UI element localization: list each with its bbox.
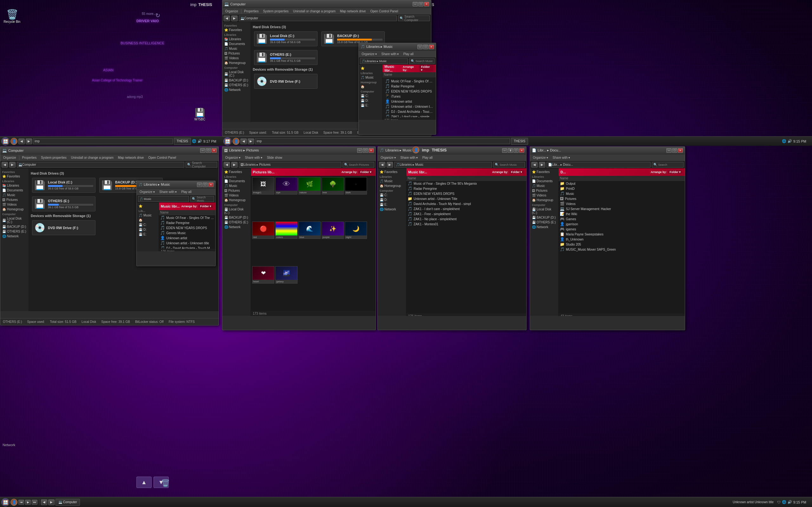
drive-c-bl[interactable]: 💾 Local Disk (C:) 39.6 GB free of 58.6 G… (32, 178, 96, 193)
uninstall-btn-tr[interactable]: Uninstall or change a program (292, 9, 337, 13)
music-br-close[interactable]: ✕ (519, 148, 524, 153)
mo-file-7[interactable]: 🎵DJ - David Archuleta - Touch My Hand (159, 245, 215, 249)
minimize-tr[interactable]: ─ (413, 2, 418, 6)
mbr-file-6[interactable]: 🎵ZAK1 - I don't care - simplekhent (406, 206, 526, 211)
address-path-tr[interactable]: imp (255, 138, 510, 144)
thumb-11[interactable]: ❤heart (252, 266, 274, 284)
music-share-top[interactable]: Share with ▾ (380, 52, 400, 56)
props-bl[interactable]: Properties (20, 156, 38, 160)
music-file-7[interactable]: 🎵DJ - David Archuleta - Touch My Hand (384, 109, 435, 114)
mo-organize[interactable]: Organize ▾ (138, 190, 156, 194)
drive-e-bl[interactable]: 💾 OTHERS (E:) 39.1 GB free of 51.5 GB (32, 196, 96, 211)
mo-sb-e[interactable]: 💾E: (137, 232, 159, 237)
pics-max[interactable]: □ (363, 148, 368, 153)
thumb-3[interactable]: 🌿nature (299, 177, 321, 194)
sidebar-videos-tr[interactable]: 🎬Videos (222, 56, 251, 60)
organize-btn-tr[interactable]: Organize (223, 9, 240, 13)
thumb-2[interactable]: 👁eye (275, 177, 298, 194)
music-maximize-top[interactable]: □ (423, 45, 428, 49)
music-file-8[interactable]: 🎵ZAK1 - I don't care - simplekhent (384, 114, 435, 117)
docs-sb-music[interactable]: 🎵 Music (530, 183, 558, 188)
search-computer-tr[interactable]: 🔍Search Computer (398, 15, 430, 21)
drive-localc-tr[interactable]: 💾 Local Disk (C:) 39.6 GB free of 58.6 G… (254, 32, 317, 46)
mo-addr[interactable]: 🎵 Music (138, 196, 189, 202)
sb-c-bl[interactable]: 💾Local Disk (C:) (0, 216, 29, 224)
music-br-sb-home[interactable]: 🏠 Homegroup (378, 183, 406, 188)
mo-file-5[interactable]: 👤Unknown artist (159, 235, 215, 240)
music-br-sb-d[interactable]: 💾 D: (378, 198, 406, 202)
drive-dvd-tr[interactable]: 💿 DVD RW Drive (F:) (254, 74, 317, 89)
sidebar-homegroup-tr[interactable]: 🏠Homegroup (222, 60, 251, 65)
pics-sb-net[interactable]: 🌐 Network (222, 225, 251, 229)
docs-fwd[interactable]: ▶ (539, 162, 545, 168)
next-btn[interactable]: ⏭ (32, 500, 38, 505)
drive-otherse-tr[interactable]: 💾 OTHERS (E:) 39.1 GB free of 51.5 GB (254, 50, 317, 65)
doc-file-8[interactable]: 🎮Games (559, 216, 685, 222)
forward-arrow-tl[interactable]: ▶ (26, 138, 32, 144)
docs-sb-pics[interactable]: 🖼 Pictures (530, 188, 558, 193)
pics-sb-docs[interactable]: 📄 Documents (222, 179, 251, 183)
music-file-3[interactable]: 🎵EDEN NEW YEARS DROPS (384, 89, 435, 94)
addr-computer-tr[interactable]: 💻 Computer (239, 15, 397, 21)
user-avatar-tr[interactable]: 👤 (233, 138, 240, 145)
mo-file-6[interactable]: 🎵Unknown artist - Unknown title (159, 240, 215, 245)
pics-search[interactable]: 🔍Search Pictures (343, 162, 374, 168)
music-sb-fav[interactable]: ⭐ (359, 66, 382, 71)
fwd-bl[interactable]: ▶ (9, 162, 15, 168)
back-arrow-tr[interactable]: ◀ (241, 138, 247, 144)
doc-file-13[interactable]: 📁Studio 205 (559, 242, 685, 247)
mo-search[interactable]: 🔍Search Music (190, 196, 214, 202)
organize-bl[interactable]: Organize (2, 156, 18, 160)
sysprops-bl[interactable]: System properties (39, 156, 68, 160)
mo-arrange-btn[interactable]: Folder ▾ (198, 204, 213, 209)
mo-share[interactable]: Share with ▾ (158, 190, 178, 194)
doc-file-3[interactable]: 🎵Music (559, 191, 685, 196)
pics-back[interactable]: ◀ (223, 162, 230, 168)
forward-arrow-tr[interactable]: ▶ (248, 138, 254, 144)
music-overlay-min[interactable]: ─ (197, 182, 202, 187)
sb-net-bl[interactable]: 🌐Network (0, 234, 29, 239)
doc-file-7[interactable]: 📝the Wiki (559, 211, 685, 216)
ctrl-panel-bl[interactable]: Open Control Panel (147, 156, 177, 160)
docs-share[interactable]: Share with ▾ (551, 156, 571, 160)
properties-btn-tr[interactable]: Properties (243, 9, 260, 13)
pics-sb-home[interactable]: 🏠 Homegroup (222, 198, 251, 203)
map-network-btn-tr[interactable]: Map network drive (339, 9, 368, 13)
thumb-12[interactable]: 🌌galaxy (275, 266, 298, 284)
music-br-fwd[interactable]: ▶ (387, 162, 393, 168)
doc-file-9[interactable]: 👤jgarrison (559, 222, 685, 227)
sb-music-bl[interactable]: 🎵Music (0, 193, 29, 198)
user-avatar-bottom[interactable]: 👤 (10, 499, 17, 506)
doc-file-1[interactable]: 📁Output (559, 181, 685, 186)
music-file-1[interactable]: 🎵Music Of Fear - Singles Of The 90's Meg… (384, 78, 435, 83)
sidebar-localc-tr[interactable]: 💾Local Disk (C:) (222, 70, 251, 78)
thumb-10[interactable]: 🌙night (345, 222, 367, 239)
scroll-up-btn[interactable]: ▲ (136, 476, 152, 488)
start-button-bottom[interactable]: 🪟 (1, 498, 9, 506)
music-file-6[interactable]: 🎵Unknown artist - Unknown title (384, 104, 435, 109)
docs-arrange-btn[interactable]: Folder ▾ (667, 170, 683, 174)
fwd-tr[interactable]: ▶ (231, 15, 238, 21)
mo-sb-c[interactable]: 💾C: (137, 222, 159, 227)
docs-min[interactable]: ─ (666, 148, 671, 153)
addr-bl[interactable]: 💻 Computer (17, 162, 184, 168)
prev-btn[interactable]: ⏮ (18, 500, 24, 505)
doc-file-5[interactable]: 🎬Videos (559, 201, 685, 206)
music-br-path[interactable]: 🎵 Libraries ▸ Music (394, 162, 492, 168)
docs-organize[interactable]: Organize ▾ (531, 156, 550, 160)
music-br-sb-fav[interactable]: ⭐ Favorites (378, 170, 406, 174)
docs-path[interactable]: 📄 Libr... ▸ Docu... (547, 162, 651, 168)
music-br-sb-net[interactable]: 🌐 Network (378, 207, 406, 212)
pics-arrange-btn[interactable]: Folder ▾ (358, 170, 374, 174)
docs-sb-docs[interactable]: 📄 Documents (530, 179, 558, 183)
music-close-top[interactable]: ✕ (429, 45, 434, 49)
sb-home-bl[interactable]: 🏠Homegroup (0, 207, 29, 212)
mo-file-1[interactable]: 🎵Music Of Fear - Singles Of The 90's Meg… (159, 215, 215, 220)
music-file-4[interactable]: 📱iTunes (384, 94, 435, 99)
docs-sb-home[interactable]: 🏠 Homegroup (530, 198, 558, 203)
thumb-1[interactable]: 🖼image1 (252, 177, 274, 194)
pics-sb-music[interactable]: 🎵 Music (222, 183, 251, 188)
pics-min[interactable]: ─ (357, 148, 362, 153)
music-sb-music[interactable]: 🎵Music (359, 75, 382, 80)
maximize-tr[interactable]: □ (418, 2, 423, 6)
